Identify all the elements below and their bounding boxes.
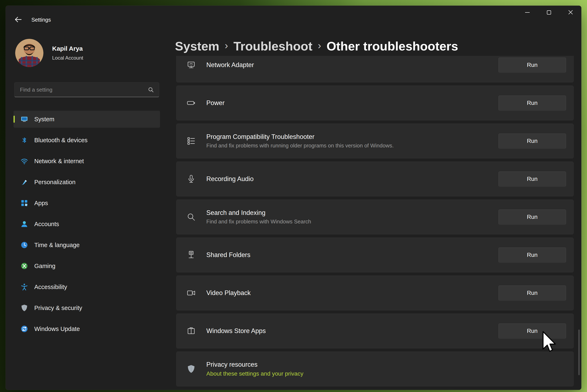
sidebar-item-label: Apps <box>34 200 48 206</box>
troubleshooter-text: Program Compatibility TroubleshooterFind… <box>206 133 394 149</box>
troubleshooter-text: Shared Folders <box>206 251 250 259</box>
sidebar-item-bluetooth-devices[interactable]: Bluetooth & devices <box>14 132 160 149</box>
close-button[interactable] <box>560 6 581 19</box>
troubleshooter-description: Find and fix problems with Windows Searc… <box>206 218 311 225</box>
troubleshooter-title: Video Playback <box>206 289 251 297</box>
privacy-security-icon <box>20 304 28 312</box>
sidebar-item-apps[interactable]: Apps <box>14 194 160 212</box>
troubleshooter-text: Video Playback <box>206 289 251 297</box>
back-button[interactable] <box>12 14 24 26</box>
maximize-icon <box>547 10 551 14</box>
bluetooth-icon <box>20 136 28 144</box>
run-button-program-compatibility-troubleshooter[interactable]: Run <box>498 134 566 149</box>
troubleshooter-card-shared-folders: Shared FoldersRun <box>176 238 574 272</box>
settings-window: Settings <box>6 6 581 390</box>
troubleshooter-description: Find and fix problems with running older… <box>206 142 394 149</box>
troubleshooters-list: Network AdapterRunPowerRunProgram Compat… <box>176 56 574 390</box>
titlebar: Settings <box>6 6 581 26</box>
troubleshooter-text: Power <box>206 99 225 107</box>
personalization-icon <box>20 178 28 186</box>
troubleshooter-card-program-compatibility-troubleshooter: Program Compatibility TroubleshooterFind… <box>176 124 574 158</box>
troubleshooter-card-windows-store-apps: Windows Store AppsRun <box>176 314 574 348</box>
sidebar-item-privacy-security[interactable]: Privacy & security <box>14 300 160 316</box>
sidebar-item-network-internet[interactable]: Network & internet <box>14 152 160 170</box>
sidebar-item-accessibility[interactable]: Accessibility <box>14 278 160 296</box>
minimize-button[interactable] <box>516 6 538 19</box>
gaming-icon <box>20 262 28 270</box>
troubleshooter-title: Recording Audio <box>206 175 254 183</box>
selected-indicator <box>14 116 15 123</box>
breadcrumb-separator-icon: › <box>225 40 228 51</box>
search-indexing-icon <box>186 212 196 222</box>
system-icon <box>20 115 28 123</box>
troubleshooter-card-recording-audio: Recording AudioRun <box>176 162 574 196</box>
breadcrumb-item-other-troubleshooters: Other troubleshooters <box>327 39 458 53</box>
recording-audio-icon <box>186 174 196 184</box>
accessibility-icon <box>20 283 28 291</box>
avatar[interactable] <box>15 39 44 67</box>
network-adapter-icon <box>186 60 196 70</box>
scrollbar[interactable] <box>578 330 580 375</box>
troubleshooter-card-video-playback: Video PlaybackRun <box>176 276 574 310</box>
privacy-resources-title: Privacy resources <box>206 361 303 368</box>
accounts-icon <box>20 220 28 228</box>
sidebar-item-label: Gaming <box>34 263 56 270</box>
search-box <box>14 82 159 97</box>
breadcrumb-separator-icon: › <box>318 40 321 51</box>
breadcrumb: System›Troubleshoot›Other troubleshooter… <box>175 37 458 56</box>
windows-update-icon <box>20 325 28 333</box>
back-arrow-icon <box>15 16 22 23</box>
run-button-search-and-indexing[interactable]: Run <box>498 210 566 225</box>
sidebar-item-label: Windows Update <box>34 326 80 332</box>
run-button-recording-audio[interactable]: Run <box>498 172 566 187</box>
sidebar-item-label: Privacy & security <box>34 304 82 312</box>
troubleshooter-title: Network Adapter <box>206 61 254 69</box>
apps-icon <box>20 199 28 207</box>
run-button-shared-folders[interactable]: Run <box>498 248 566 263</box>
time-language-icon <box>20 241 28 249</box>
troubleshooter-card-search-and-indexing: Search and IndexingFind and fix problems… <box>176 200 574 234</box>
sidebar-item-time-language[interactable]: Time & language <box>14 236 160 254</box>
troubleshooter-text: Recording Audio <box>206 175 254 183</box>
run-button-windows-store-apps[interactable]: Run <box>498 324 566 339</box>
troubleshooter-text: Network Adapter <box>206 61 254 69</box>
sidebar-item-label: Personalization <box>34 179 75 186</box>
sidebar-item-label: Time & language <box>34 242 80 248</box>
user-name: Kapil Arya <box>52 45 83 52</box>
run-button-video-playback[interactable]: Run <box>498 286 566 301</box>
troubleshooter-text: Windows Store Apps <box>206 327 266 335</box>
troubleshooter-title: Windows Store Apps <box>206 327 266 335</box>
breadcrumb-item-system[interactable]: System <box>175 39 219 53</box>
window-title: Settings <box>31 16 51 23</box>
shared-folders-icon <box>186 250 196 260</box>
troubleshooter-title: Shared Folders <box>206 251 250 259</box>
troubleshooter-title: Program Compatibility Troubleshooter <box>206 133 394 140</box>
user-account-type: Local Account <box>52 55 83 61</box>
sidebar-item-label: Bluetooth & devices <box>34 137 88 144</box>
privacy-resources-card: Privacy resourcesAbout these settings an… <box>176 352 574 386</box>
sidebar-item-accounts[interactable]: Accounts <box>14 216 160 232</box>
sidebar-nav: SystemBluetooth & devicesNetwork & inter… <box>14 111 160 341</box>
troubleshooter-title: Search and Indexing <box>206 209 311 216</box>
troubleshooter-text: Search and IndexingFind and fix problems… <box>206 209 311 225</box>
breadcrumb-item-troubleshoot[interactable]: Troubleshoot <box>233 39 312 53</box>
sidebar-item-label: Network & internet <box>34 158 84 165</box>
power-icon <box>186 98 196 108</box>
desktop-wallpaper: Settings <box>0 0 587 392</box>
privacy-shield-icon <box>186 364 196 374</box>
maximize-button[interactable] <box>538 6 560 19</box>
windows-store-icon <box>186 326 196 336</box>
run-button-network-adapter[interactable]: Run <box>498 58 566 73</box>
search-input[interactable] <box>15 83 148 97</box>
sidebar-item-system[interactable]: System <box>14 111 160 128</box>
window-controls <box>516 6 581 19</box>
sidebar-item-label: System <box>34 116 55 123</box>
sidebar-item-personalization[interactable]: Personalization <box>14 174 160 190</box>
sidebar-item-gaming[interactable]: Gaming <box>14 258 160 274</box>
sidebar-item-windows-update[interactable]: Windows Update <box>14 320 160 338</box>
network-icon <box>20 157 28 165</box>
run-button-power[interactable]: Run <box>498 96 566 111</box>
troubleshooter-card-network-adapter: Network AdapterRun <box>176 56 574 82</box>
privacy-resources-text: Privacy resourcesAbout these settings an… <box>206 361 303 377</box>
privacy-settings-link[interactable]: About these settings and your privacy <box>206 370 303 377</box>
